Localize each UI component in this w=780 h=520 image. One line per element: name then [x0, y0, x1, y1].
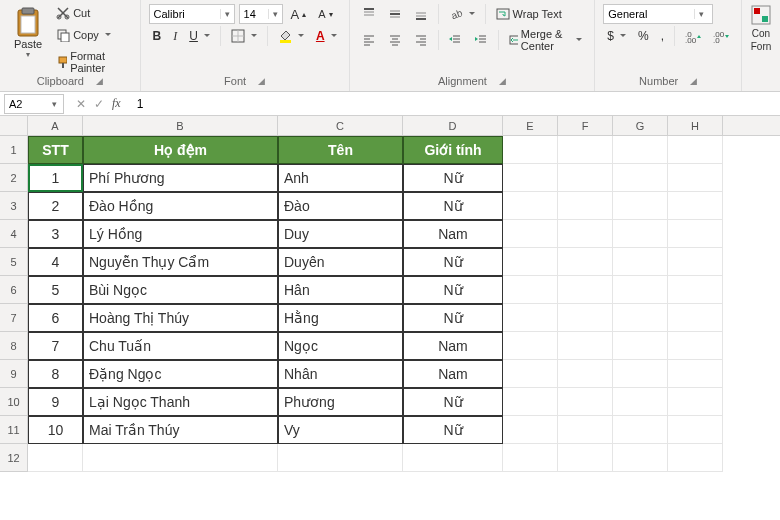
cell[interactable]: Lại Ngọc Thanh — [83, 388, 278, 416]
cell[interactable]: Mai Trần Thúy — [83, 416, 278, 444]
name-box[interactable]: ▾ — [4, 94, 64, 114]
underline-button[interactable]: U — [185, 27, 214, 45]
cell[interactable] — [503, 248, 558, 276]
cell[interactable] — [668, 304, 723, 332]
cell[interactable]: Đào Hồng — [83, 192, 278, 220]
cell[interactable] — [613, 360, 668, 388]
cell[interactable] — [558, 136, 613, 164]
cell[interactable]: Họ đệm — [83, 136, 278, 164]
select-all-corner[interactable] — [0, 116, 28, 135]
row-header[interactable]: 8 — [0, 332, 28, 360]
col-header-A[interactable]: A — [28, 116, 83, 135]
col-header-F[interactable]: F — [558, 116, 613, 135]
cell[interactable] — [558, 304, 613, 332]
alignment-launcher-icon[interactable]: ◢ — [499, 76, 506, 86]
align-left-button[interactable] — [358, 31, 380, 49]
cell[interactable] — [668, 248, 723, 276]
font-name-input[interactable] — [150, 5, 220, 23]
cell[interactable] — [558, 416, 613, 444]
cell[interactable]: Nữ — [403, 416, 503, 444]
row-header[interactable]: 5 — [0, 248, 28, 276]
cell[interactable] — [558, 248, 613, 276]
cell[interactable] — [503, 304, 558, 332]
row-header[interactable]: 6 — [0, 276, 28, 304]
cell[interactable] — [668, 220, 723, 248]
cell[interactable] — [503, 388, 558, 416]
cell[interactable]: Hân — [278, 276, 403, 304]
decrease-indent-button[interactable] — [444, 31, 466, 49]
cell[interactable]: 5 — [28, 276, 83, 304]
row-header[interactable]: 1 — [0, 136, 28, 164]
cut-button[interactable]: Cut — [52, 4, 131, 22]
cell[interactable] — [558, 276, 613, 304]
number-launcher-icon[interactable]: ◢ — [690, 76, 697, 86]
cell[interactable] — [558, 220, 613, 248]
col-header-B[interactable]: B — [83, 116, 278, 135]
cell[interactable] — [278, 444, 403, 472]
fill-color-button[interactable] — [274, 27, 308, 45]
cell[interactable]: Nữ — [403, 388, 503, 416]
decrease-decimal-button[interactable]: .00.0 — [709, 27, 733, 45]
col-header-E[interactable]: E — [503, 116, 558, 135]
cell[interactable] — [668, 416, 723, 444]
row-header[interactable]: 2 — [0, 164, 28, 192]
increase-font-button[interactable]: A▴ — [287, 5, 311, 24]
cell[interactable] — [668, 360, 723, 388]
cell[interactable]: 7 — [28, 332, 83, 360]
row-header[interactable]: 3 — [0, 192, 28, 220]
cell[interactable]: Nguyễn Thụy Cẩm — [83, 248, 278, 276]
cell[interactable]: 3 — [28, 220, 83, 248]
number-format-input[interactable] — [604, 5, 694, 23]
number-format-caret[interactable]: ▾ — [694, 9, 708, 19]
align-right-button[interactable] — [410, 31, 432, 49]
cell[interactable]: Nữ — [403, 192, 503, 220]
number-format-combo[interactable]: ▾ — [603, 4, 713, 24]
cell[interactable] — [668, 332, 723, 360]
cell[interactable] — [558, 192, 613, 220]
align-center-button[interactable] — [384, 31, 406, 49]
font-name-caret[interactable]: ▾ — [220, 9, 234, 19]
cell[interactable]: Vy — [278, 416, 403, 444]
cell[interactable] — [503, 192, 558, 220]
cell[interactable]: 2 — [28, 192, 83, 220]
borders-button[interactable] — [227, 27, 261, 45]
format-painter-button[interactable]: Format Painter — [52, 48, 131, 76]
wrap-text-button[interactable]: Wrap Text — [492, 5, 566, 23]
cell[interactable] — [503, 444, 558, 472]
cell[interactable] — [668, 136, 723, 164]
cell[interactable]: 6 — [28, 304, 83, 332]
enter-icon[interactable]: ✓ — [94, 97, 104, 111]
cell[interactable] — [613, 164, 668, 192]
currency-button[interactable]: $ — [603, 27, 630, 45]
font-size-combo[interactable]: ▾ — [239, 4, 283, 24]
align-top-button[interactable] — [358, 5, 380, 23]
decrease-font-button[interactable]: A▾ — [314, 6, 336, 22]
cell[interactable]: 8 — [28, 360, 83, 388]
cell[interactable] — [613, 416, 668, 444]
font-size-caret[interactable]: ▾ — [268, 9, 282, 19]
cell[interactable]: Nam — [403, 332, 503, 360]
italic-button[interactable]: I — [169, 27, 181, 46]
cell[interactable]: Nam — [403, 220, 503, 248]
cell[interactable]: Phương — [278, 388, 403, 416]
row-header[interactable]: 7 — [0, 304, 28, 332]
cell[interactable]: Bùi Ngọc — [83, 276, 278, 304]
cell[interactable]: Phí Phương — [83, 164, 278, 192]
cell[interactable] — [613, 304, 668, 332]
row-header[interactable]: 4 — [0, 220, 28, 248]
cell[interactable]: Duy — [278, 220, 403, 248]
increase-indent-button[interactable] — [470, 31, 492, 49]
cancel-icon[interactable]: ✕ — [76, 97, 86, 111]
name-box-caret[interactable]: ▾ — [47, 99, 61, 109]
cell[interactable]: Nữ — [403, 304, 503, 332]
cell[interactable] — [668, 276, 723, 304]
col-header-D[interactable]: D — [403, 116, 503, 135]
row-header[interactable]: 9 — [0, 360, 28, 388]
cell[interactable] — [668, 388, 723, 416]
cell[interactable] — [503, 276, 558, 304]
cell[interactable]: Nữ — [403, 248, 503, 276]
font-size-input[interactable] — [240, 5, 268, 23]
cell[interactable]: Đặng Ngọc — [83, 360, 278, 388]
cell[interactable] — [503, 416, 558, 444]
cell[interactable] — [503, 164, 558, 192]
